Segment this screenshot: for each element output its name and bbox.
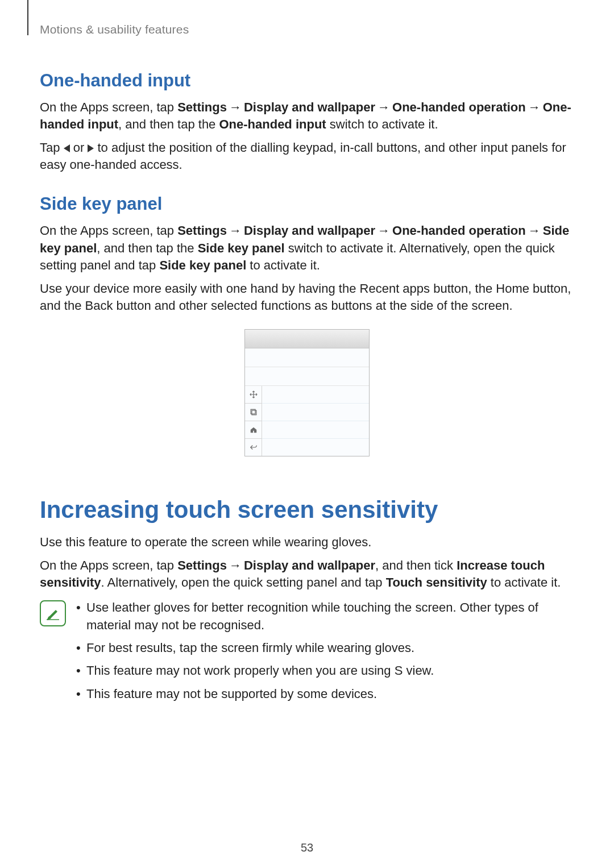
text: to adjust the position of the dialling k… (40, 140, 566, 172)
arrow-glyph: → (227, 558, 244, 572)
text-bold: Settings (177, 558, 227, 572)
text: switch to activate it. (326, 117, 438, 131)
note-list: Use leather gloves for better recognitio… (74, 599, 574, 708)
memo-icon (45, 606, 60, 621)
side-key-home (245, 421, 262, 438)
one-handed-para-1: On the Apps screen, tap Settings→Display… (40, 99, 574, 134)
section-one-handed-input: One-handed input On the Apps screen, tap… (40, 70, 574, 173)
device-illustration-wrap (40, 329, 574, 456)
note-item: This feature may not be supported by som… (74, 686, 574, 703)
recent-apps-icon (250, 408, 258, 416)
subhead-one-handed-input: One-handed input (40, 70, 574, 91)
text-bold: Settings (177, 223, 227, 238)
text-bold: Settings (177, 100, 227, 114)
text: On the Apps screen, tap (40, 100, 177, 114)
sensitivity-para-2: On the Apps screen, tap Settings→Display… (40, 557, 574, 592)
text-bold: Side key panel (159, 258, 246, 272)
subhead-side-key-panel: Side key panel (40, 194, 574, 214)
device-row (262, 438, 369, 456)
device-row (245, 348, 369, 367)
text-bold: Display and wallpaper (244, 223, 375, 238)
side-key-back (245, 438, 262, 456)
back-icon (250, 443, 258, 451)
section-side-key-panel: Side key panel On the Apps screen, tap S… (40, 194, 574, 456)
arrow-glyph: → (526, 223, 543, 238)
side-key-move (245, 386, 262, 403)
note-item: For best results, tap the screen firmly … (74, 639, 574, 657)
side-key-column (245, 386, 262, 456)
page-number: 53 (0, 841, 614, 854)
device-row (245, 367, 369, 386)
text-bold: One-handed operation (392, 223, 526, 238)
note-icon (40, 600, 66, 626)
text: to activate it. (246, 258, 320, 272)
arrow-glyph: → (227, 223, 244, 238)
text-bold: Display and wallpaper (244, 558, 375, 572)
one-handed-para-2: Tap or to adjust the position of the dia… (40, 139, 574, 174)
text-bold: One-handed input (219, 117, 326, 131)
side-key-para-1: On the Apps screen, tap Settings→Display… (40, 222, 574, 274)
text-bold: Side key panel (198, 241, 285, 255)
device-row (262, 421, 369, 438)
text: On the Apps screen, tap (40, 558, 177, 572)
arrow-glyph: → (526, 100, 543, 114)
page-header: Motions & usability features (40, 23, 574, 36)
note-item: This feature may not work properly when … (74, 662, 574, 679)
device-row (262, 386, 369, 403)
device-grid (245, 386, 369, 456)
note-item: Use leather gloves for better recognitio… (74, 599, 574, 634)
main-head-sensitivity: Increasing touch screen sensitivity (40, 496, 574, 524)
device-row (262, 403, 369, 421)
side-key-para-2: Use your device more easily with one han… (40, 280, 574, 315)
triangle-right-icon (88, 144, 94, 152)
text: or (70, 140, 88, 155)
text: , and then tick (375, 558, 457, 572)
arrow-glyph: → (227, 100, 244, 114)
text: Tap (40, 140, 64, 155)
text: , and then tap the (118, 117, 219, 131)
move-icon (250, 391, 258, 398)
device-status-bar (245, 330, 369, 348)
text-bold: One-handed operation (392, 100, 526, 114)
arrow-glyph: → (375, 223, 392, 238)
home-icon (250, 426, 258, 434)
triangle-left-icon (64, 144, 70, 152)
text: , and then tap the (97, 241, 197, 255)
device-main-column (262, 386, 369, 456)
document-page: Motions & usability features One-handed … (0, 0, 614, 868)
text: . Alternatively, open the quick setting … (101, 575, 386, 589)
text: On the Apps screen, tap (40, 223, 177, 238)
text: to activate it. (487, 575, 561, 589)
sensitivity-para-1: Use this feature to operate the screen w… (40, 534, 574, 551)
text-bold: Touch sensitivity (386, 575, 487, 589)
side-key-recent (245, 403, 262, 421)
text-bold: Display and wallpaper (244, 100, 375, 114)
device-illustration (244, 329, 370, 456)
arrow-glyph: → (375, 100, 392, 114)
note-block: Use leather gloves for better recognitio… (40, 599, 574, 708)
header-rule (27, 0, 28, 35)
